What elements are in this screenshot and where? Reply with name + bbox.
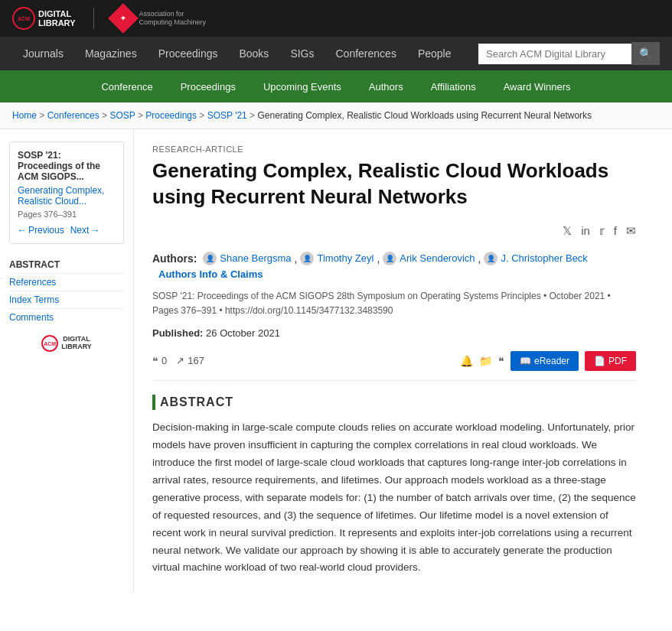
author-avatar-3: 👤 — [383, 252, 396, 265]
email-icon[interactable]: ✉ — [626, 224, 636, 238]
abstract-text: Decision-making in large-scale compute c… — [152, 419, 636, 577]
authors-label: Authors: — [152, 252, 197, 265]
toc-references[interactable]: References — [9, 274, 124, 291]
subnav-authors[interactable]: Authors — [355, 72, 417, 102]
author-avatar-1: 👤 — [203, 252, 217, 265]
sidebar-acm-logo: ACM DIGITAL LIBRARY — [9, 335, 124, 352]
abstract-title: ABSTRACT — [160, 395, 233, 409]
pdf-label: PDF — [608, 356, 627, 366]
published-line: Published: 26 October 2021 — [152, 327, 636, 339]
abstract-bar — [152, 395, 155, 410]
sub-nav: Conference Proceedings Upcoming Events A… — [0, 70, 672, 102]
acm-dl-logo-area: ACM DIGITAL LIBRARY ✦ Association for Co… — [12, 7, 206, 30]
social-icons: 𝕏 in 𝕣 f ✉ — [152, 224, 636, 238]
toc-index-terms[interactable]: Index Terms — [9, 291, 124, 309]
main-nav: Journals Magazines Proceedings Books SIG… — [0, 37, 672, 70]
logo-divider — [93, 8, 94, 29]
ereader-button[interactable]: 📖 eReader — [511, 351, 579, 371]
nav-magazines[interactable]: Magazines — [74, 38, 148, 69]
article-type: RESEARCH-ARTICLE — [152, 145, 636, 154]
subnav-award-winners[interactable]: Award Winners — [490, 72, 585, 102]
trend-number: 167 — [188, 355, 204, 366]
ereader-icon: 📖 — [520, 356, 531, 366]
quote-icon[interactable]: ❝ — [498, 355, 504, 367]
breadcrumb-sosp[interactable]: SOSP — [109, 110, 135, 121]
citation-number: 0 — [161, 355, 167, 366]
trend-count: ↗ 167 — [176, 355, 204, 366]
breadcrumb: Home > Conferences > SOSP > Proceedings … — [0, 102, 672, 129]
breadcrumb-home[interactable]: Home — [12, 110, 37, 121]
article-title: Generating Complex, Realistic Cloud Work… — [152, 158, 636, 210]
small-acm-circle: ACM — [41, 335, 58, 352]
reddit-icon[interactable]: 𝕣 — [599, 224, 605, 238]
sidebar-proceedings-card: SOSP '21: Proceedings of the ACM SIGOPS.… — [9, 141, 124, 244]
pdf-button[interactable]: 📄 PDF — [585, 351, 636, 371]
nav-journals[interactable]: Journals — [12, 38, 74, 69]
nav-conferences[interactable]: Conferences — [325, 38, 407, 69]
ereader-label: eReader — [534, 356, 569, 366]
nav-books[interactable]: Books — [228, 38, 279, 69]
metrics-bar: ❝ 0 ↗ 167 🔔 📁 ❝ 📖 eReader 📄 PDF — [152, 351, 636, 381]
breadcrumb-sosp21[interactable]: SOSP '21 — [207, 110, 247, 121]
sidebar-paper-title[interactable]: Generating Complex, Realistic Cloud... — [18, 185, 116, 207]
pdf-icon: 📄 — [594, 356, 605, 366]
prev-next-nav: ← Previous Next → — [18, 225, 116, 236]
prev-button[interactable]: ← Previous — [18, 225, 64, 236]
acm-diamond-logo: ✦ — [113, 8, 134, 29]
next-button[interactable]: Next → — [70, 225, 100, 236]
sidebar-conf-title: SOSP '21: Proceedings of the ACM SIGOPS.… — [18, 150, 116, 182]
breadcrumb-current: Generating Complex, Realistic Cloud Work… — [257, 110, 592, 121]
author-j-christopher-beck[interactable]: J. Christopher Beck — [501, 252, 587, 264]
proceedings-info: SOSP '21: Proceedings of the ACM SIGOPS … — [152, 289, 636, 318]
bell-icon[interactable]: 🔔 — [460, 355, 473, 367]
author-shane-bergsma[interactable]: Shane Bergsma — [220, 252, 291, 264]
sidebar: SOSP '21: Proceedings of the ACM SIGOPS.… — [0, 129, 134, 592]
author-arik-senderovich[interactable]: Arik Senderovich — [400, 252, 475, 264]
trend-icon: ↗ — [176, 355, 184, 366]
sidebar-toc: ABSTRACT References Index Terms Comments — [9, 256, 124, 326]
small-acm-dl-logo: ACM DIGITAL LIBRARY — [9, 335, 124, 352]
linkedin-icon[interactable]: in — [581, 224, 590, 238]
subnav-conference[interactable]: Conference — [87, 72, 166, 102]
breadcrumb-proceedings[interactable]: Proceedings — [145, 110, 197, 121]
citation-icon: ❝ — [152, 355, 158, 367]
twitter-icon[interactable]: 𝕏 — [563, 224, 572, 238]
main-nav-links: Journals Magazines Proceedings Books SIG… — [12, 38, 478, 69]
authors-info-claims-link[interactable]: Authors Info & Claims — [158, 268, 263, 280]
author-avatar-2: 👤 — [300, 252, 314, 265]
nav-people[interactable]: People — [407, 38, 462, 69]
acm-association-logo: ✦ Association for Computing Machinery — [113, 8, 206, 29]
nav-proceedings[interactable]: Proceedings — [148, 38, 229, 69]
small-dl-text: DIGITAL LIBRARY — [61, 336, 92, 351]
top-header: ACM DIGITAL LIBRARY ✦ Association for Co… — [0, 0, 672, 37]
author-timothy-zeyl[interactable]: Timothy Zeyl — [317, 252, 374, 264]
published-label: Published: — [152, 327, 203, 339]
search-box: 🔍 — [478, 42, 660, 65]
sidebar-pages: Pages 376–391 — [18, 210, 116, 219]
facebook-icon[interactable]: f — [614, 224, 617, 238]
citation-count: ❝ 0 — [152, 355, 167, 367]
acm-dl-logo[interactable]: ACM DIGITAL LIBRARY — [12, 7, 75, 30]
acm-assoc-text: Association for Computing Machinery — [139, 10, 206, 27]
abstract-section: ABSTRACT Decision-making in large-scale … — [152, 395, 636, 577]
acm-circle-logo: ACM — [12, 7, 35, 30]
authors-line: Authors: 👤 Shane Bergsma, 👤 Timothy Zeyl… — [152, 252, 636, 280]
abstract-header: ABSTRACT — [152, 395, 636, 410]
folder-icon[interactable]: 📁 — [479, 355, 492, 367]
published-date: 26 October 2021 — [206, 327, 280, 339]
breadcrumb-conferences[interactable]: Conferences — [47, 110, 99, 121]
subnav-upcoming-events[interactable]: Upcoming Events — [250, 72, 355, 102]
subnav-affiliations[interactable]: Affiliations — [417, 72, 490, 102]
nav-sigs[interactable]: SIGs — [279, 38, 325, 69]
toc-comments[interactable]: Comments — [9, 309, 124, 326]
subnav-proceedings[interactable]: Proceedings — [167, 72, 250, 102]
search-input[interactable] — [478, 44, 631, 64]
dl-text: DIGITAL LIBRARY — [38, 9, 75, 28]
author-avatar-4: 👤 — [484, 252, 497, 265]
content-wrapper: SOSP '21: Proceedings of the ACM SIGOPS.… — [0, 129, 672, 592]
toc-abstract-heading: ABSTRACT — [9, 256, 124, 274]
article-main: RESEARCH-ARTICLE Generating Complex, Rea… — [134, 129, 654, 592]
search-button[interactable]: 🔍 — [631, 42, 660, 65]
action-icons: 🔔 📁 ❝ 📖 eReader 📄 PDF — [460, 351, 636, 371]
